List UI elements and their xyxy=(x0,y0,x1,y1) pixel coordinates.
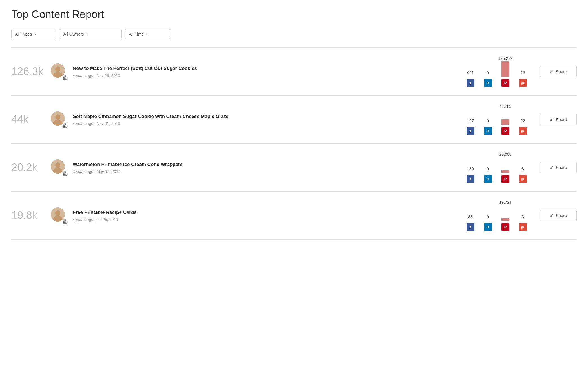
gp-stat: 3 xyxy=(514,214,532,221)
view-count: 44k xyxy=(11,113,45,126)
filter-time[interactable]: All Time ▾ xyxy=(125,29,170,39)
content-title: Soft Maple Cinnamon Sugar Cookie with Cr… xyxy=(73,113,456,120)
fb-icon-wrap[interactable]: f xyxy=(462,127,479,135)
linkedin-icon: in xyxy=(484,223,492,231)
facebook-icon: f xyxy=(467,127,474,135)
stats-numbers: 991 0 125,279 16 xyxy=(462,56,532,77)
pi-number: 43,785 xyxy=(499,104,512,109)
share-button[interactable]: ↙ Share xyxy=(540,162,577,173)
fb-stat: 38 xyxy=(462,214,479,221)
list-item: 126.3k How to Make The Perfect (Soft) Cu… xyxy=(11,48,577,96)
gp-number: 8 xyxy=(522,166,524,171)
googleplus-icon: g+ xyxy=(519,175,527,183)
item-stats: 139 0 20,008 8 xyxy=(462,152,577,183)
avatar xyxy=(51,159,67,176)
content-meta: 4 years ago | Jul 25, 2013 xyxy=(73,217,456,222)
fb-stat: 139 xyxy=(462,166,479,173)
facebook-icon: f xyxy=(467,223,474,231)
content-info: Free Printable Recipe Cards 4 years ago … xyxy=(73,209,456,222)
li-stat: 0 xyxy=(479,214,497,221)
content-info: Soft Maple Cinnamon Sugar Cookie with Cr… xyxy=(73,113,456,126)
li-icon-wrap[interactable]: in xyxy=(479,223,497,231)
li-icon-wrap[interactable]: in xyxy=(479,175,497,183)
fb-number: 139 xyxy=(467,166,474,171)
li-icon-wrap[interactable]: in xyxy=(479,79,497,87)
content-info: Watermelon Printable Ice Cream Cone Wrap… xyxy=(73,161,456,174)
pi-number: 125,279 xyxy=(498,56,513,61)
pi-bar-col: 19,724 xyxy=(497,200,514,221)
li-number: 0 xyxy=(487,214,489,219)
gp-icon-wrap[interactable]: g+ xyxy=(514,79,532,87)
fb-icon-wrap[interactable]: f xyxy=(462,175,479,183)
pinterest-icon: P xyxy=(501,223,509,231)
share-label: Share xyxy=(556,213,567,218)
bar-visualization xyxy=(501,157,509,173)
share-button[interactable]: ↙ Share xyxy=(540,66,577,77)
chevron-down-icon: ▾ xyxy=(146,32,148,36)
pi-icon-wrap[interactable]: P xyxy=(497,175,514,183)
content-meta: 4 years ago | Nov 29, 2013 xyxy=(73,73,456,78)
li-number: 0 xyxy=(487,71,489,75)
filters-bar: All Types ▾ All Owners ▾ All Time ▾ xyxy=(11,29,577,39)
pi-number: 19,724 xyxy=(499,200,512,205)
li-stat: 0 xyxy=(479,71,497,77)
fb-stat: 197 xyxy=(462,119,479,125)
fb-number: 197 xyxy=(467,119,474,123)
filter-type[interactable]: All Types ▾ xyxy=(11,29,56,39)
chevron-down-icon: ▾ xyxy=(86,32,88,36)
share-button[interactable]: ↙ Share xyxy=(540,210,577,221)
pi-bar-col: 125,279 xyxy=(497,56,514,77)
gp-icon-wrap[interactable]: g+ xyxy=(514,127,532,135)
filter-time-label: All Time xyxy=(129,32,144,36)
bar-fill xyxy=(501,170,509,173)
social-icons-row: f in P g+ xyxy=(462,175,532,183)
pi-icon-wrap[interactable]: P xyxy=(497,223,514,231)
item-stats: 991 0 125,279 16 xyxy=(462,56,577,87)
list-item: 19.8k Free Printable Recipe Cards 4 year… xyxy=(11,192,577,240)
content-info: How to Make The Perfect (Soft) Cut Out S… xyxy=(73,65,456,78)
chevron-down-icon: ▾ xyxy=(34,32,36,36)
li-number: 0 xyxy=(487,119,489,123)
li-icon-wrap[interactable]: in xyxy=(479,127,497,135)
social-icons-row: f in P g+ xyxy=(462,223,532,231)
filter-type-label: All Types xyxy=(15,32,32,36)
item-stats: 38 0 19,724 3 xyxy=(462,200,577,231)
facebook-icon: f xyxy=(467,79,474,87)
view-count: 126.3k xyxy=(11,65,45,78)
gp-number: 22 xyxy=(521,119,525,123)
bar-visualization xyxy=(501,61,509,77)
fb-number: 991 xyxy=(467,71,474,75)
fb-icon-wrap[interactable]: f xyxy=(462,223,479,231)
svg-point-5 xyxy=(55,114,60,120)
share-icon: ↙ xyxy=(550,117,553,122)
pi-icon-wrap[interactable]: P xyxy=(497,79,514,87)
avatar xyxy=(51,63,67,80)
avatar xyxy=(51,207,67,224)
facebook-icon: f xyxy=(467,175,474,183)
svg-point-13 xyxy=(55,210,60,216)
svg-point-1 xyxy=(55,66,60,72)
view-count: 20.2k xyxy=(11,161,45,174)
pi-number: 20,008 xyxy=(499,152,512,157)
share-button[interactable]: ↙ Share xyxy=(540,114,577,125)
gp-icon-wrap[interactable]: g+ xyxy=(514,175,532,183)
gp-number: 3 xyxy=(522,214,524,219)
content-list: 126.3k How to Make The Perfect (Soft) Cu… xyxy=(11,48,577,240)
social-icons-row: f in P g+ xyxy=(462,127,532,135)
gp-icon-wrap[interactable]: g+ xyxy=(514,223,532,231)
stats-numbers: 197 0 43,785 22 xyxy=(462,104,532,125)
fb-number: 38 xyxy=(468,214,473,219)
pi-icon-wrap[interactable]: P xyxy=(497,127,514,135)
linkedin-icon: in xyxy=(484,127,492,135)
content-meta: 3 years ago | May 14, 2014 xyxy=(73,169,456,174)
fb-icon-wrap[interactable]: f xyxy=(462,79,479,87)
content-title: How to Make The Perfect (Soft) Cut Out S… xyxy=(73,65,456,72)
gp-stat: 22 xyxy=(514,119,532,125)
linkedin-icon: in xyxy=(484,79,492,87)
avatar xyxy=(51,111,67,128)
bar-visualization xyxy=(501,205,509,221)
googleplus-icon: g+ xyxy=(519,223,527,231)
filter-owner[interactable]: All Owners ▾ xyxy=(60,29,122,39)
bar-fill xyxy=(501,119,509,125)
social-icons-row: f in P g+ xyxy=(462,79,532,87)
